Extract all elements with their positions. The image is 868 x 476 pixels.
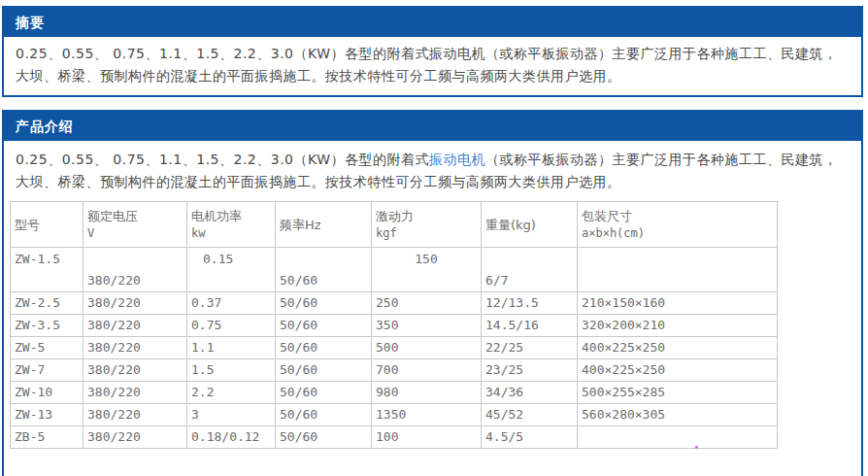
- table-cell: ZW-3.5: [11, 315, 83, 337]
- table-cell: 1.1: [187, 337, 276, 359]
- spec-table: 型号 额定电压 V 电机功率 kw 频率Hz: [10, 201, 778, 449]
- column-header-power: 电机功率 kw: [187, 202, 276, 248]
- table-row: ZW-3.5 380/220 0.75 50/60 350 14.5/16 32…: [11, 315, 778, 337]
- intro-text-before-link: 0.25、0.55、 0.75、1.1、1.5、2.2、3.0（KW）各型的附着…: [16, 152, 429, 167]
- table-cell: ZB-5: [11, 426, 83, 449]
- summary-section: 摘要 0.25、0.55、 0.75、1.1、1.5、2.2、3.0（KW）各型…: [2, 6, 863, 97]
- table-cell: [578, 426, 778, 449]
- column-header-voltage: 额定电压 V: [83, 202, 187, 248]
- table-cell: 320×200×210: [578, 315, 778, 337]
- table-cell: [578, 248, 778, 292]
- table-row: ZW-2.5 380/220 0.37 50/60 250 12/13.5 21…: [11, 292, 778, 315]
- vibration-motor-link[interactable]: 振动电机: [429, 152, 485, 167]
- table-cell: 50/60: [276, 426, 372, 449]
- column-header-frequency: 频率Hz: [276, 202, 372, 248]
- table-cell: 50/60: [276, 337, 372, 359]
- table-cell: 0.15: [187, 248, 276, 292]
- table-cell: 560×280×305: [578, 404, 778, 426]
- table-cell: 1350: [372, 404, 482, 426]
- column-header-packing-size: 包装尺寸 a×b×h(cm): [578, 202, 778, 248]
- table-cell: 380/220: [83, 359, 187, 382]
- table-cell: ZW-5: [11, 337, 83, 359]
- table-cell: 3: [187, 404, 276, 426]
- table-cell: 500: [372, 337, 482, 359]
- table-cell: ZW-13: [11, 404, 83, 426]
- table-cell: 50/60: [276, 315, 372, 337]
- table-cell: 380/220: [83, 382, 187, 404]
- table-header-row: 型号 额定电压 V 电机功率 kw 频率Hz: [11, 202, 778, 248]
- table-cell: 500×255×285: [578, 382, 778, 404]
- table-cell: ZW-7: [11, 359, 83, 382]
- summary-body: 0.25、0.55、 0.75、1.1、1.5、2.2、3.0（KW）各型的附着…: [4, 37, 861, 95]
- table-cell: 12/13.5: [482, 292, 578, 315]
- table-row: ZW-10 380/220 2.2 50/60 980 34/36 500×25…: [11, 382, 778, 404]
- column-header-force: 激动力 kgf: [372, 202, 482, 248]
- summary-title: 摘要: [16, 15, 45, 30]
- product-intro-header-bar: 产品介绍: [4, 112, 861, 141]
- table-cell: 380/220: [83, 292, 187, 315]
- table-cell: 400×225×250: [578, 359, 778, 382]
- table-cell: 50/60: [276, 292, 372, 315]
- table-row: ZW-7 380/220 1.5 50/60 700 23/25 400×225…: [11, 359, 778, 382]
- table-cell: 150: [372, 248, 482, 292]
- table-cell: 2.2: [187, 382, 276, 404]
- column-header-weight: 重量(kg): [482, 202, 578, 248]
- table-cell: 0.18/0.12: [187, 426, 276, 449]
- table-cell: 210×150×160: [578, 292, 778, 315]
- table-cell: 980: [372, 382, 482, 404]
- product-intro-body: 0.25、0.55、 0.75、1.1、1.5、2.2、3.0（KW）各型的附着…: [4, 141, 861, 476]
- table-cell: ZW-2.5: [11, 292, 83, 315]
- table-cell: ZW-1.5: [11, 248, 83, 292]
- table-row: ZW-13 380/220 3 50/60 1350 45/52 560×280…: [11, 404, 778, 426]
- table-cell: 50/60: [276, 359, 372, 382]
- table-cell: 400×225×250: [578, 337, 778, 359]
- table-cell: 6/7: [482, 248, 578, 292]
- table-cell: 50/60: [276, 404, 372, 426]
- table-cell: 22/25: [482, 337, 578, 359]
- table-cell: 700: [372, 359, 482, 382]
- table-cell: ZW-10: [11, 382, 83, 404]
- table-cell: 380/220: [83, 337, 187, 359]
- table-cell: 380/220: [83, 248, 187, 292]
- table-row: ZW-1.5 380/220 0.15 50/60 150 6/7: [11, 248, 778, 292]
- table-cell: 100: [372, 426, 482, 449]
- table-cell: 1.5: [187, 359, 276, 382]
- table-cell: 50/60: [276, 382, 372, 404]
- table-cell: 23/25: [482, 359, 578, 382]
- table-cell: 380/220: [83, 426, 187, 449]
- table-row: ZB-5 380/220 0.18/0.12 50/60 100 4.5/5: [11, 426, 778, 449]
- table-cell: 350: [372, 315, 482, 337]
- table-cell: 0.75: [187, 315, 276, 337]
- summary-header-bar: 摘要: [4, 8, 861, 37]
- column-header-model: 型号: [11, 202, 83, 248]
- table-cell: 250: [372, 292, 482, 315]
- table-cell: 380/220: [83, 315, 187, 337]
- table-cell: 34/36: [482, 382, 578, 404]
- table-cell: 45/52: [482, 404, 578, 426]
- product-intro-paragraph: 0.25、0.55、 0.75、1.1、1.5、2.2、3.0（KW）各型的附着…: [16, 149, 850, 193]
- table-row: ZW-5 380/220 1.1 50/60 500 22/25 400×225…: [11, 337, 778, 359]
- product-intro-title: 产品介绍: [16, 119, 74, 134]
- table-cell: 4.5/5: [482, 426, 578, 449]
- stray-dot: [695, 446, 698, 449]
- table-cell: 50/60: [276, 248, 372, 292]
- summary-text: 0.25、0.55、 0.75、1.1、1.5、2.2、3.0（KW）各型的附着…: [16, 46, 838, 84]
- product-intro-section: 产品介绍 0.25、0.55、 0.75、1.1、1.5、2.2、3.0（KW）…: [2, 110, 863, 476]
- table-cell: 380/220: [83, 404, 187, 426]
- table-cell: 14.5/16: [482, 315, 578, 337]
- table-cell: 0.37: [187, 292, 276, 315]
